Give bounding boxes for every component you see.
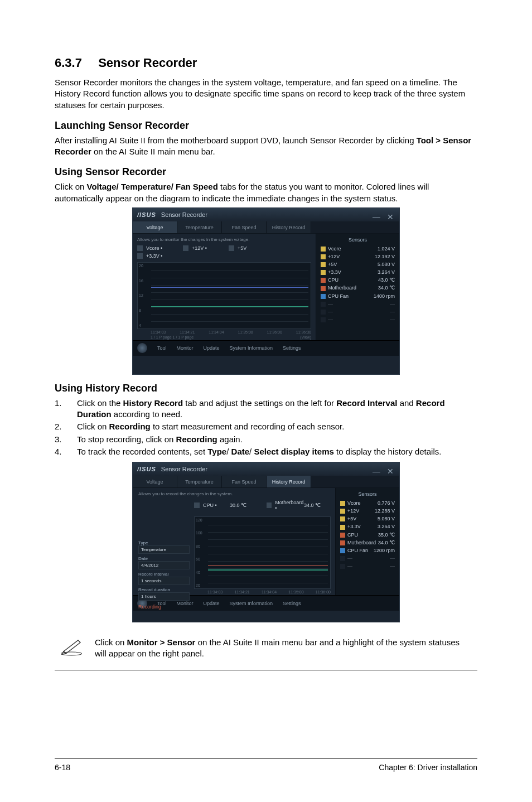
section-title-text: Sensor Recorder: [98, 56, 197, 70]
vrow-5v[interactable]: +5V: [229, 245, 264, 251]
tab-temperature[interactable]: Temperature: [177, 476, 222, 487]
footer-monitor[interactable]: Monitor: [177, 345, 194, 351]
sensor-row: Motherboard34.0 ℃: [321, 285, 395, 291]
note-box: Click on Monitor > Sensor on the AI Suit…: [55, 630, 477, 670]
brand-logo: /ISUS: [137, 211, 156, 218]
footer-sysinfo[interactable]: System Information: [230, 345, 273, 351]
duration-input[interactable]: 1 hours: [138, 592, 190, 601]
tab-voltage[interactable]: Voltage: [133, 476, 177, 487]
date-select[interactable]: 4/4/2012: [138, 561, 190, 569]
use-text-a: Click on: [55, 182, 87, 191]
vrow-3v3[interactable]: +3.3V •: [137, 253, 311, 259]
window-titlebar: /ISUS Sensor Recorder — ✕: [133, 462, 399, 476]
vrow-cpu[interactable]: CPU •30.0 ℃: [194, 500, 257, 511]
vrow-12v[interactable]: +12V •: [183, 245, 219, 251]
vrow-vcore[interactable]: Vcore •: [137, 245, 173, 251]
step-1: 1.Click on the History Record tab and ad…: [55, 398, 477, 421]
history-plot: 12010080604020: [194, 516, 331, 589]
tab-history-record[interactable]: History Record: [267, 221, 311, 233]
launch-text: After installing AI Suite II from the mo…: [55, 135, 477, 158]
footer-update[interactable]: Update: [204, 601, 220, 606]
tab-temperature[interactable]: Temperature: [177, 221, 222, 233]
tab-history-record[interactable]: History Record: [267, 476, 311, 487]
footer-settings[interactable]: Settings: [283, 345, 301, 351]
use-text: Click on Voltage/ Temperature/ Fan Speed…: [55, 181, 477, 204]
step-3: 3.To stop recording, click on Recording …: [55, 434, 477, 445]
footer-tool[interactable]: Tool: [157, 345, 167, 351]
sensor-row: +5V5.080 V: [321, 262, 395, 267]
sensor-row: Vcore1.024 V: [321, 246, 395, 252]
type-label: Type: [138, 540, 190, 545]
sensors-panel: Sensors Vcore0.776 V +12V12.288 V +5V5.0…: [335, 488, 399, 595]
sensors-header: Sensors: [321, 237, 395, 243]
launch-heading: Launching Sensor Recorder: [55, 120, 477, 132]
page-number: 6-18: [55, 763, 70, 772]
launch-text-b: on the AI Suite II main menu bar.: [91, 147, 215, 156]
use-bold: Voltage/ Temperature/ Fan Speed: [87, 182, 218, 191]
voltage-plot: 20161284: [137, 262, 311, 329]
tab-strip: Voltage Temperature Fan Speed History Re…: [133, 221, 399, 234]
vrow-mb[interactable]: Motherboard •34.0 ℃: [267, 500, 331, 511]
footer-sysinfo[interactable]: System Information: [230, 601, 273, 606]
window-titlebar: /ISUS Sensor Recorder — ✕: [133, 208, 399, 221]
sensor-row: +12V12.192 V: [321, 254, 395, 259]
sensor-recorder-screenshot-history: /ISUS Sensor Recorder — ✕ Voltage Temper…: [132, 462, 400, 622]
plot-pager: 1 / 1 P page 1 / 1 P page(View): [137, 335, 311, 339]
sensors-header: Sensors: [340, 491, 395, 497]
duration-label: Record duration: [138, 587, 190, 592]
brand-logo: /ISUS: [137, 466, 156, 472]
plot-xticks: 11:34:0311:34:2111:34:0411:35:0011:36:00…: [137, 330, 311, 334]
window-controls[interactable]: — ✕: [373, 210, 396, 224]
section-heading: 6.3.7 Sensor Recorder: [55, 56, 477, 70]
page-footer: 6-18 Chapter 6: Driver installation: [55, 758, 477, 772]
type-select[interactable]: Temperature: [138, 545, 190, 554]
recording-button[interactable]: Recording: [138, 604, 190, 610]
plot-yticks: 20161284: [139, 263, 150, 328]
sensor-row: CPU43.0 ℃: [321, 277, 395, 283]
section-number: 6.3.7: [55, 56, 95, 70]
launch-text-a: After installing AI Suite II from the mo…: [55, 136, 417, 145]
chapter-title: Chapter 6: Driver installation: [379, 763, 477, 772]
window-controls[interactable]: — ✕: [373, 465, 396, 478]
history-note: Allows you to record the changes in the …: [138, 491, 331, 496]
tab-strip: Voltage Temperature Fan Speed History Re…: [133, 476, 399, 488]
note-text: Click on Monitor > Sensor on the AI Suit…: [95, 637, 473, 660]
step-2: 2.Click on Recording to start measuremen…: [55, 421, 477, 432]
plot-xticks: 11:34:0311:34:2111:34:0411:35:0011:36:00: [194, 590, 331, 594]
tab-fan-speed[interactable]: Fan Speed: [222, 221, 267, 233]
sensor-row: ——: [321, 309, 395, 315]
pencil-icon: [59, 637, 84, 656]
sensor-row: ——: [321, 317, 395, 322]
app-title: Sensor Recorder: [161, 211, 207, 218]
intro-text: Sensor Recorder monitors the changes in …: [55, 77, 477, 111]
app-footer: Tool Monitor Update System Information S…: [133, 340, 399, 356]
sensors-panel: Sensors Vcore1.024 V +12V12.192 V +5V5.0…: [316, 234, 399, 340]
sensor-recorder-screenshot-voltage: /ISUS Sensor Recorder — ✕ Voltage Temper…: [132, 207, 400, 375]
voltage-note: Allows you to monitor the changes in the…: [137, 237, 311, 242]
footer-update[interactable]: Update: [204, 345, 220, 351]
history-heading: Using History Record: [55, 383, 477, 394]
date-label: Date: [138, 556, 190, 561]
footer-settings[interactable]: Settings: [283, 601, 301, 606]
sensor-row: CPU Fan1400 rpm: [321, 293, 395, 299]
history-steps: 1.Click on the History Record tab and ad…: [55, 398, 477, 457]
tab-voltage[interactable]: Voltage: [133, 221, 177, 233]
tab-fan-speed[interactable]: Fan Speed: [222, 476, 267, 487]
use-heading: Using Sensor Recorder: [55, 166, 477, 178]
interval-input[interactable]: 1 seconds: [138, 577, 190, 585]
sensor-row: ——: [321, 301, 395, 307]
app-title: Sensor Recorder: [161, 466, 207, 472]
interval-label: Record Interval: [138, 572, 190, 577]
history-side-options: Type Temperature Date 4/4/2012 Record In…: [138, 540, 190, 610]
step-4: 4.To track the recorded contents, set Ty…: [55, 446, 477, 457]
app-logo-icon: [137, 343, 147, 353]
sensor-row: +3.3V3.264 V: [321, 269, 395, 275]
